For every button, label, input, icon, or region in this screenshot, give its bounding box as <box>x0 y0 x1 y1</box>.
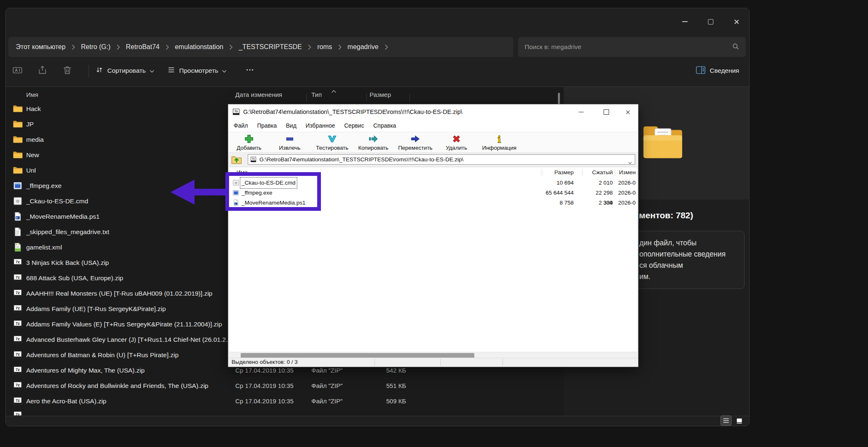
column-type[interactable]: Тип <box>311 89 322 100</box>
menu-item-сервис[interactable]: Сервис <box>340 120 369 132</box>
column-headers: Имя Дата изменения Тип Размер <box>6 89 563 100</box>
delete-button[interactable]: Удалить <box>436 133 477 151</box>
breadcrumb-item[interactable]: Этот компьютер <box>16 43 66 51</box>
svg-text:7z: 7z <box>16 321 20 326</box>
breadcrumb-item[interactable]: emulationstation <box>175 43 224 51</box>
folder-items-count: ментов: 782) <box>639 210 693 220</box>
menu-item-вид[interactable]: Вид <box>281 120 301 132</box>
breadcrumb-item[interactable]: RetroBat74 <box>126 43 160 51</box>
breadcrumb-item[interactable]: roms <box>317 43 332 51</box>
info-line: ополнительные сведения <box>639 249 725 260</box>
search-input[interactable]: Поиск в: megadrive <box>518 37 746 57</box>
svg-text:7z: 7z <box>16 275 20 279</box>
svg-text:7z: 7z <box>16 306 20 310</box>
archive-file-modified: 2026-0 <box>618 198 637 208</box>
explorer-header: Этот компьютерRetro (G:)RetroBat74emulat… <box>6 8 749 86</box>
menu-item-справка[interactable]: Справка <box>369 120 401 132</box>
column-date[interactable]: Дата изменения <box>235 89 282 100</box>
add-icon <box>244 133 254 144</box>
maximize-button[interactable] <box>599 104 613 120</box>
minimize-button[interactable] <box>574 104 588 120</box>
column-name[interactable]: Имя <box>26 89 38 100</box>
file-name: New <box>26 147 234 163</box>
column-size[interactable]: Размер <box>370 89 391 100</box>
test-button[interactable]: Тестировать <box>311 133 353 151</box>
column-packed[interactable]: Сжатый <box>585 167 613 178</box>
minimize-button[interactable] <box>672 8 698 35</box>
file-row[interactable]: 7zAdventures of Rocky and Bullwinkle and… <box>6 378 563 393</box>
file-name: Adventures of Batman & Robin (U) [T+Rus … <box>26 347 234 363</box>
copy-button[interactable]: Копировать <box>353 133 394 151</box>
file-name: Addams Family Values (E) [T+Rus SergeyK&… <box>26 316 234 332</box>
archive-file-size: 10 694 <box>520 178 574 188</box>
sort-button[interactable]: Сортировать <box>91 62 158 79</box>
details-pane-button[interactable]: Сведения <box>696 62 739 79</box>
chevron-right-icon[interactable] <box>308 44 311 50</box>
close-button[interactable] <box>621 104 635 120</box>
partially-visible-row[interactable]: 7z <box>13 410 22 415</box>
file-name: Adventures of Mighty Max, The (USA).zip <box>26 363 234 378</box>
archive-file-modified: 2026-0 <box>618 178 637 188</box>
info-line: дин файл, чтобы <box>639 237 725 249</box>
extract-button[interactable]: Извлечь <box>269 133 311 151</box>
column-separator[interactable] <box>306 94 307 102</box>
column-size[interactable]: Размер <box>520 167 574 178</box>
add-button[interactable]: Добавить <box>228 133 270 151</box>
column-separator[interactable] <box>582 169 582 176</box>
search-placeholder: Поиск в: megadrive <box>525 43 732 51</box>
svg-text:⚙: ⚙ <box>16 199 20 204</box>
details-view-toggle[interactable] <box>720 415 732 426</box>
zip-icon: 7z <box>13 381 22 390</box>
chevron-right-icon[interactable] <box>165 44 169 50</box>
rename-icon[interactable] <box>12 65 23 76</box>
sevenzip-titlebar[interactable]: 7z G:\RetroBat74\emulationstation\_TESTS… <box>228 104 638 120</box>
column-separator[interactable] <box>542 169 542 176</box>
info-button[interactable]: iИнформация <box>478 133 520 151</box>
toolbar-button-label: Удалить <box>436 145 477 151</box>
file-name: Hack <box>26 101 234 116</box>
move-button[interactable]: Переместить <box>395 133 436 151</box>
copy-icon <box>368 133 379 144</box>
view-button[interactable]: Просмотреть <box>163 62 231 79</box>
close-button[interactable] <box>723 8 749 35</box>
file-name: Adventures of Rocky and Bullwinkle and F… <box>26 378 234 393</box>
breadcrumb-item[interactable]: _TESTSCRIPTESDE <box>239 43 302 51</box>
folder-preview-icon <box>642 123 683 160</box>
column-separator[interactable] <box>615 169 615 176</box>
details-pane-icon <box>696 66 705 76</box>
column-separator[interactable] <box>366 94 367 102</box>
address-path: G:\RetroBat74\emulationstation\_TESTSCRI… <box>259 155 625 164</box>
breadcrumb-item[interactable]: megadrive <box>348 43 379 51</box>
annotation-highlight-box <box>225 172 321 211</box>
thumbnail-view-toggle[interactable] <box>734 415 745 426</box>
menu-item-правка[interactable]: Правка <box>252 120 281 132</box>
menu-item-избранное[interactable]: Избранное <box>301 120 340 132</box>
toolbar-divider <box>89 65 89 77</box>
details-label: Сведения <box>710 67 739 74</box>
date-modified: Ср 17.04.2019 10:35 <box>235 393 308 409</box>
delete-icon[interactable] <box>62 65 73 76</box>
folder-icon <box>13 119 22 129</box>
breadcrumb-item[interactable]: Retro (G:) <box>81 43 111 51</box>
share-icon[interactable] <box>37 65 48 76</box>
file-row[interactable]: 7zAero the Acro-Bat (USA).zipСр 17.04.20… <box>6 393 563 409</box>
chevron-right-icon[interactable] <box>72 44 75 50</box>
more-options-button[interactable] <box>241 62 259 79</box>
address-combobox[interactable]: 7z G:\RetroBat74\emulationstation\_TESTS… <box>248 154 635 165</box>
toolbar-button-label: Копировать <box>353 145 394 151</box>
menu-item-файл[interactable]: Файл <box>229 120 252 132</box>
chevron-right-icon[interactable] <box>385 44 388 50</box>
maximize-button[interactable] <box>698 8 723 35</box>
file-name: Aero the Acro-Bat (USA).zip <box>26 393 234 409</box>
column-modified[interactable]: Измен <box>619 167 636 178</box>
info-line: им. <box>639 271 725 282</box>
chevron-right-icon[interactable] <box>229 44 233 50</box>
chevron-down-icon[interactable] <box>628 158 632 166</box>
sevenzip-toolbar: ДобавитьИзвлечьТестироватьКопироватьПере… <box>228 132 638 153</box>
column-separator[interactable] <box>409 94 410 102</box>
chevron-right-icon[interactable] <box>116 44 120 50</box>
chevron-down-icon <box>150 67 154 74</box>
chevron-right-icon[interactable] <box>338 44 342 50</box>
maximize-icon <box>604 109 609 115</box>
up-directory-button[interactable] <box>231 154 242 165</box>
